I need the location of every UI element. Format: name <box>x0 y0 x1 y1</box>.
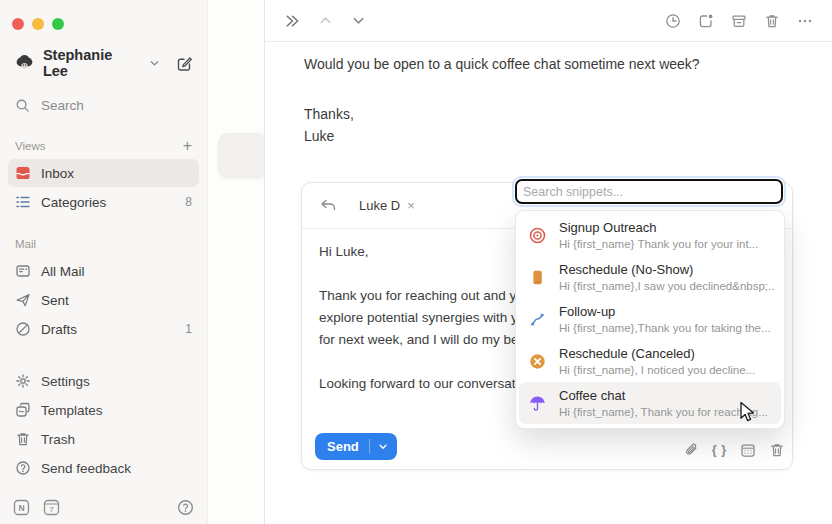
chevron-up-icon <box>318 13 333 28</box>
compose-line: Thank you for reaching out and you <box>319 285 525 307</box>
close-window-button[interactable] <box>12 18 24 30</box>
calendar-icon[interactable] <box>740 442 756 458</box>
expand-pane-button[interactable] <box>282 11 302 31</box>
previous-message-button[interactable] <box>315 11 335 31</box>
sidebar-item-label: Settings <box>41 374 90 389</box>
attachment-icon[interactable] <box>683 442 699 458</box>
more-options-button[interactable] <box>795 11 815 31</box>
sidebar-item-label: Send feedback <box>41 461 131 476</box>
sent-icon <box>15 292 31 308</box>
inbox-icon <box>15 165 31 181</box>
drafts-count: 1 <box>185 322 192 336</box>
snippet-item-follow-up[interactable]: Follow-up Hi {first_name},Thank you for … <box>519 298 781 340</box>
compose-line: explore potential synergies with yo <box>319 307 525 329</box>
email-signature: Luke <box>304 125 793 147</box>
search-label: Search <box>41 98 84 113</box>
all-mail-icon <box>15 263 31 279</box>
send-button[interactable]: Send <box>315 433 397 460</box>
email-message-body: Would you be open to a quick coffee chat… <box>265 42 832 147</box>
double-chevron-right-icon <box>284 13 300 29</box>
discard-draft-icon[interactable] <box>769 442 785 458</box>
notes-app-icon[interactable]: N <box>13 499 30 516</box>
sidebar-item-label: All Mail <box>41 264 85 279</box>
message-toolbar <box>265 0 832 42</box>
snippet-preview: Hi {first_name} Thank you for your int..… <box>559 237 758 251</box>
email-closing: Thanks, <box>304 103 793 125</box>
snippets-dropdown: Signup Outreach Hi {first_name} Thank yo… <box>515 210 785 429</box>
snippet-item-reschedule-no-show[interactable]: Reschedule (No-Show) Hi {first_name},I s… <box>519 256 781 298</box>
sidebar-item-label: Inbox <box>41 166 74 181</box>
snippet-preview: Hi {first_name},Thank you for taking the… <box>559 321 771 335</box>
remove-recipient-icon[interactable]: × <box>407 198 415 213</box>
send-label: Send <box>327 439 359 454</box>
compose-body-editor[interactable]: Hi Luke, Thank you for reaching out and … <box>302 229 542 395</box>
snippet-title: Reschedule (No-Show) <box>559 262 774 278</box>
compose-line: Looking forward to our conversatio <box>319 373 525 395</box>
notebook-icon <box>529 269 546 286</box>
account-name: Stephanie Lee <box>43 47 141 79</box>
mail-label: Mail <box>15 238 36 250</box>
templates-icon <box>15 402 31 418</box>
snippet-item-signup-outreach[interactable]: Signup Outreach Hi {first_name} Thank yo… <box>519 214 781 256</box>
task-square-icon <box>698 13 714 29</box>
archive-button[interactable] <box>729 11 749 31</box>
collapsed-list-pane <box>209 0 264 524</box>
drafts-icon <box>15 321 31 337</box>
calendar-app-icon[interactable]: 7 <box>43 499 60 516</box>
snippet-preview: Hi {first_name},I saw you declined&nbsp;… <box>559 279 774 293</box>
trash-icon <box>15 431 31 447</box>
archive-icon <box>731 13 747 29</box>
mail-section-header: Mail <box>0 238 207 250</box>
compose-icon[interactable] <box>176 55 193 72</box>
sidebar-item-label: Sent <box>41 293 69 308</box>
recipient-chip[interactable]: Luke D × <box>359 198 415 213</box>
ellipsis-icon <box>797 13 813 29</box>
sidebar-item-label: Templates <box>41 403 103 418</box>
minimize-window-button[interactable] <box>32 18 44 30</box>
target-icon <box>529 227 546 244</box>
compose-line: for next week, and I will do my best <box>319 329 525 351</box>
sidebar-item-templates[interactable]: Templates <box>8 396 199 424</box>
send-options-chevron-icon[interactable] <box>378 442 388 452</box>
sidebar-item-send-feedback[interactable]: Send feedback <box>8 454 199 482</box>
categories-count: 8 <box>185 195 192 209</box>
chevron-down-icon <box>149 58 160 69</box>
sidebar-item-trash[interactable]: Trash <box>8 425 199 453</box>
search-icon <box>15 98 30 113</box>
snippets-icon[interactable]: { } <box>712 443 727 457</box>
mouse-cursor <box>739 401 756 423</box>
shuffle-icon <box>529 311 546 328</box>
help-circle-icon[interactable] <box>177 499 194 516</box>
views-label: Views <box>15 140 45 152</box>
delete-button[interactable] <box>762 11 782 31</box>
snippet-title: Signup Outreach <box>559 220 758 236</box>
recipient-name: Luke D <box>359 198 400 213</box>
zoom-window-button[interactable] <box>52 18 64 30</box>
snippet-title: Coffee chat <box>559 388 768 404</box>
search-button[interactable]: Search <box>0 98 207 113</box>
account-switcher[interactable]: Stephanie Lee <box>0 47 207 79</box>
sidebar-item-sent[interactable]: Sent <box>8 286 199 314</box>
snippet-search-input[interactable] <box>515 179 783 204</box>
sidebar-item-categories[interactable]: Categories 8 <box>8 188 199 216</box>
create-task-button[interactable] <box>696 11 716 31</box>
svg-text:N: N <box>18 503 24 513</box>
umbrella-icon <box>529 395 546 412</box>
snooze-button[interactable] <box>663 11 683 31</box>
help-icon <box>15 460 31 476</box>
categories-icon <box>15 194 31 210</box>
list-item[interactable] <box>218 133 268 178</box>
snippet-item-reschedule-canceled[interactable]: Reschedule (Canceled) Hi {first_name}, I… <box>519 340 781 382</box>
views-section-header: Views + <box>0 140 207 152</box>
sidebar-item-all-mail[interactable]: All Mail <box>8 257 199 285</box>
sidebar-item-settings[interactable]: Settings <box>8 367 199 395</box>
sidebar-item-label: Drafts <box>41 322 77 337</box>
svg-text:7: 7 <box>49 505 54 514</box>
sidebar-item-drafts[interactable]: Drafts 1 <box>8 315 199 343</box>
sidebar: Stephanie Lee Search Views + Inbox <box>0 0 208 524</box>
reply-icon <box>319 198 337 214</box>
add-view-button[interactable]: + <box>183 141 192 151</box>
next-message-button[interactable] <box>348 11 368 31</box>
sidebar-item-inbox[interactable]: Inbox <box>8 159 199 187</box>
chevron-down-icon <box>351 13 366 28</box>
